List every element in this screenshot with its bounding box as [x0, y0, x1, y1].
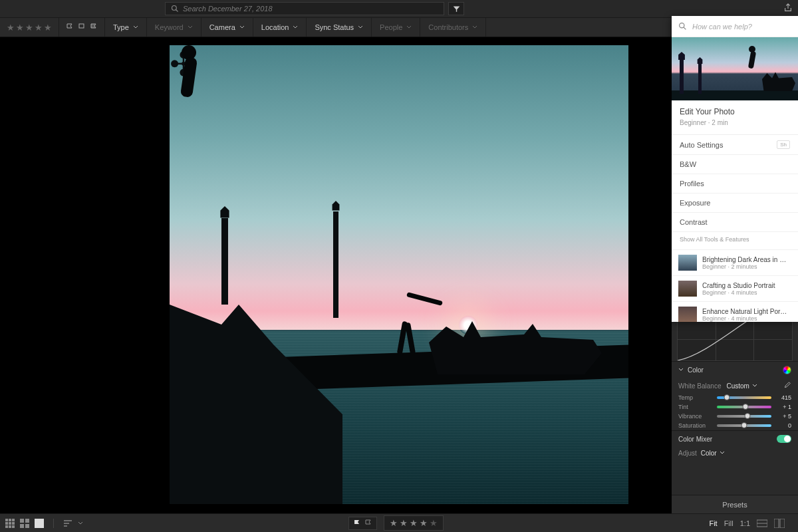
svg-rect-5: [9, 519, 11, 521]
color-wheel-icon: [783, 366, 791, 374]
flag-reject-icon: [364, 519, 372, 527]
eyedropper-icon[interactable]: [782, 381, 791, 390]
star-icon: ★: [390, 518, 398, 528]
chevron-down-icon: [720, 450, 725, 457]
svg-rect-11: [9, 525, 11, 528]
tutorial-thumbnail: [678, 281, 697, 297]
flag-pick-icon: [353, 519, 361, 527]
help-hero-thumbnail[interactable]: [672, 37, 798, 100]
search-placeholder: Search December 27, 2018: [183, 5, 273, 13]
svg-rect-13: [20, 519, 24, 523]
share-icon: [783, 3, 793, 13]
grid-small-icon[interactable]: [5, 519, 15, 528]
help-show-all[interactable]: Show All Tools & Features: [672, 232, 798, 249]
svg-rect-8: [9, 522, 11, 525]
tutorial-row[interactable]: Enhance Natural Light Portrait by I… Beg…: [672, 301, 798, 322]
filter-location[interactable]: Location: [253, 18, 307, 37]
filmstrip-icon[interactable]: [757, 519, 767, 528]
chevron-down-icon: [472, 23, 477, 31]
tutorial-thumbnail: [678, 307, 697, 322]
chevron-down-icon[interactable]: [78, 519, 83, 527]
single-view-icon[interactable]: [35, 519, 44, 528]
bottom-bar: ★ ★ ★ ★ ★ Fit Fill 1:1: [0, 513, 798, 532]
tutorial-row[interactable]: Brightening Dark Areas in Landscap… Begi…: [672, 249, 798, 275]
chevron-down-icon: [133, 23, 138, 31]
slider-knob[interactable]: [742, 404, 748, 410]
filter-camera[interactable]: Camera: [201, 18, 253, 37]
slider-knob[interactable]: [744, 413, 750, 419]
zoom-1to1[interactable]: 1:1: [740, 519, 750, 527]
tint-slider[interactable]: Tint + 1: [672, 402, 798, 412]
help-panel: How can we help? Edit Your Photo Beginne…: [672, 16, 798, 322]
star-icon: ★: [410, 518, 418, 528]
zoom-fit[interactable]: Fit: [709, 519, 717, 527]
star-icon: ★: [420, 518, 428, 528]
chevron-down-icon: [293, 23, 298, 31]
help-hero-title: Edit Your Photo: [672, 100, 798, 119]
help-item-exposure[interactable]: Exposure: [672, 194, 798, 213]
rating-filter[interactable]: ★ ★ ★ ★ ★: [0, 18, 59, 37]
help-search-placeholder: How can we help?: [692, 23, 752, 31]
help-hero-meta: Beginner · 2 min: [672, 119, 798, 134]
before-after-icon[interactable]: [774, 519, 785, 528]
help-item-bw[interactable]: B&W: [672, 155, 798, 174]
svg-rect-9: [12, 522, 15, 525]
tutorial-row[interactable]: Crafting a Studio Portrait Beginner · 4 …: [672, 275, 798, 301]
chevron-down-icon: [752, 382, 757, 390]
search-icon: [171, 5, 179, 13]
search-icon: [678, 22, 687, 31]
help-search[interactable]: How can we help?: [672, 16, 798, 37]
svg-rect-16: [25, 524, 29, 528]
color-mixer-header[interactable]: Color Mixer: [672, 430, 798, 447]
global-search-input[interactable]: Search December 27, 2018: [165, 2, 444, 15]
star-icon: ★: [7, 23, 15, 33]
color-section-header[interactable]: Color: [672, 361, 798, 378]
photo-preview[interactable]: [170, 45, 628, 504]
filter-type[interactable]: Type: [105, 18, 147, 37]
svg-rect-10: [5, 525, 8, 528]
chevron-down-icon: [239, 23, 245, 31]
zoom-fill[interactable]: Fill: [724, 519, 733, 527]
share-button[interactable]: [783, 3, 793, 15]
filter-people[interactable]: People: [372, 18, 420, 37]
rating-group[interactable]: ★ ★ ★ ★ ★: [384, 515, 444, 531]
chevron-down-icon: [678, 366, 684, 374]
toggle-switch[interactable]: [777, 435, 791, 443]
help-item-auto-settings[interactable]: Auto Settings Sh: [672, 135, 798, 155]
top-bar: Search December 27, 2018: [0, 0, 798, 17]
search-filter-button[interactable]: [448, 2, 464, 15]
white-balance-value[interactable]: Custom: [726, 382, 749, 390]
help-item-profiles[interactable]: Profiles: [672, 174, 798, 194]
svg-point-0: [172, 6, 177, 11]
section-title: Color: [688, 366, 704, 374]
slider-knob[interactable]: [724, 394, 730, 400]
svg-line-1: [176, 10, 178, 12]
svg-rect-4: [5, 519, 8, 521]
chevron-down-icon: [188, 23, 193, 31]
flag-toggle-group[interactable]: [348, 517, 377, 530]
saturation-slider[interactable]: Saturation 0: [672, 421, 798, 430]
sort-icon[interactable]: [63, 519, 72, 528]
slider-knob[interactable]: [741, 422, 747, 428]
filter-contributors[interactable]: Contributors: [420, 18, 486, 37]
vibrance-slider[interactable]: Vibrance + 5: [672, 412, 798, 421]
flag-reject-icon: [90, 23, 98, 31]
flag-filter[interactable]: [59, 18, 105, 37]
help-item-contrast[interactable]: Contrast: [672, 213, 798, 232]
star-icon: ★: [44, 23, 52, 33]
star-icon: ★: [400, 518, 408, 528]
presets-button[interactable]: Presets: [672, 495, 798, 513]
grid-large-icon[interactable]: [20, 519, 29, 528]
svg-rect-15: [20, 524, 24, 528]
temp-slider[interactable]: Temp 415: [672, 393, 798, 402]
svg-point-22: [680, 23, 684, 28]
svg-rect-7: [5, 522, 8, 525]
star-icon: ★: [25, 23, 33, 33]
filter-keyword[interactable]: Keyword: [147, 18, 201, 37]
color-mixer-adjust[interactable]: Adjust Color: [672, 447, 798, 460]
svg-rect-3: [79, 24, 84, 28]
filter-sync-status[interactable]: Sync Status: [307, 18, 372, 37]
svg-rect-21: [780, 519, 785, 528]
filter-icon: [453, 5, 460, 13]
svg-rect-6: [12, 519, 15, 521]
